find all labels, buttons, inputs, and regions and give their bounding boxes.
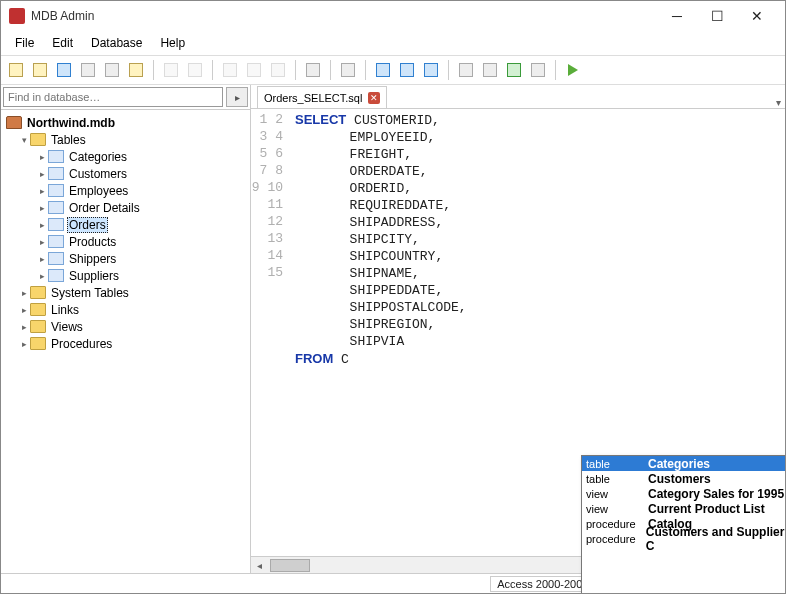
tb-link3[interactable]	[503, 59, 525, 81]
collapse-icon[interactable]: ▾	[19, 135, 29, 145]
folder-icon	[30, 133, 46, 146]
find-input[interactable]	[3, 87, 223, 107]
tab-overflow[interactable]: ▾	[771, 97, 785, 108]
menubar: File Edit Database Help	[1, 31, 785, 55]
tree-db[interactable]: Northwind.mdb	[1, 114, 250, 131]
tb-grid[interactable]	[302, 59, 324, 81]
expand-icon[interactable]: ▸	[37, 186, 47, 196]
table-icon	[48, 235, 64, 248]
autocomplete-item[interactable]: procedureCustomers and Suppliers by C	[582, 531, 786, 546]
tree-table-item[interactable]: ▸Customers	[1, 165, 250, 182]
tb-doc[interactable]	[125, 59, 147, 81]
autocomplete-item[interactable]: tableCustomers	[582, 471, 786, 486]
tb-list[interactable]	[337, 59, 359, 81]
tb-copy[interactable]	[77, 59, 99, 81]
editor-tabs: Orders_SELECT.sql ✕ ▾	[251, 85, 785, 109]
tree-table-item[interactable]: ▸Categories	[1, 148, 250, 165]
autocomplete-item[interactable]: tableCategories	[582, 456, 786, 471]
tb-run[interactable]	[562, 59, 584, 81]
expand-icon[interactable]: ▸	[19, 339, 29, 349]
tab-close-button[interactable]: ✕	[368, 92, 380, 104]
autocomplete-item[interactable]: viewCurrent Product List	[582, 501, 786, 516]
tb-link2[interactable]	[479, 59, 501, 81]
tb-tool3[interactable]	[420, 59, 442, 81]
database-icon	[6, 116, 22, 129]
line-gutter: 1 2 3 4 5 6 7 8 9 10 11 12 13 14 15	[251, 109, 291, 556]
sidebar: ▸ Northwind.mdb ▾ Tables ▸Categories▸Cus…	[1, 85, 251, 573]
folder-icon	[30, 320, 46, 333]
expand-icon[interactable]: ▸	[37, 169, 47, 179]
tab-label: Orders_SELECT.sql	[264, 92, 362, 104]
tree-folder-item[interactable]: ▸Views	[1, 318, 250, 335]
table-icon	[48, 201, 64, 214]
close-button[interactable]: ✕	[737, 2, 777, 30]
expand-icon[interactable]: ▸	[37, 237, 47, 247]
folder-icon	[30, 337, 46, 350]
expand-icon[interactable]: ▸	[37, 254, 47, 264]
app-icon	[9, 8, 25, 24]
expand-icon[interactable]: ▸	[37, 152, 47, 162]
tb-save[interactable]	[53, 59, 75, 81]
tb-tool1[interactable]	[372, 59, 394, 81]
tree-table-item[interactable]: ▸Products	[1, 233, 250, 250]
window-title: MDB Admin	[31, 9, 657, 23]
tree-tables-folder[interactable]: ▾ Tables	[1, 131, 250, 148]
titlebar: MDB Admin ─ ☐ ✕	[1, 1, 785, 31]
tb-cut[interactable]	[219, 59, 241, 81]
table-icon	[48, 269, 64, 282]
tree-table-item[interactable]: ▸Employees	[1, 182, 250, 199]
tb-paste2[interactable]	[267, 59, 289, 81]
expand-icon[interactable]: ▸	[19, 305, 29, 315]
minimize-button[interactable]: ─	[657, 2, 697, 30]
menu-help[interactable]: Help	[152, 34, 193, 52]
tb-link4[interactable]	[527, 59, 549, 81]
tb-redo[interactable]	[184, 59, 206, 81]
db-tree[interactable]: Northwind.mdb ▾ Tables ▸Categories▸Custo…	[1, 110, 250, 573]
folder-icon	[30, 303, 46, 316]
folder-icon	[30, 286, 46, 299]
autocomplete-popup[interactable]: tableCategoriestableCustomersviewCategor…	[581, 455, 786, 594]
tb-open[interactable]	[29, 59, 51, 81]
tree-table-item[interactable]: ▸Orders	[1, 216, 250, 233]
editor-pane: Orders_SELECT.sql ✕ ▾ 1 2 3 4 5 6 7 8 9 …	[251, 85, 785, 573]
expand-icon[interactable]: ▸	[19, 322, 29, 332]
maximize-button[interactable]: ☐	[697, 2, 737, 30]
menu-file[interactable]: File	[7, 34, 42, 52]
tree-folder-item[interactable]: ▸System Tables	[1, 284, 250, 301]
table-icon	[48, 167, 64, 180]
tree-table-item[interactable]: ▸Order Details	[1, 199, 250, 216]
expand-icon[interactable]: ▸	[19, 288, 29, 298]
tb-tool2[interactable]	[396, 59, 418, 81]
tb-paste[interactable]	[101, 59, 123, 81]
tb-link1[interactable]	[455, 59, 477, 81]
tb-copy2[interactable]	[243, 59, 265, 81]
tb-new[interactable]	[5, 59, 27, 81]
tree-folder-item[interactable]: ▸Procedures	[1, 335, 250, 352]
tree-table-item[interactable]: ▸Suppliers	[1, 267, 250, 284]
menu-edit[interactable]: Edit	[44, 34, 81, 52]
tree-folder-item[interactable]: ▸Links	[1, 301, 250, 318]
menu-database[interactable]: Database	[83, 34, 150, 52]
expand-icon[interactable]: ▸	[37, 220, 47, 230]
table-icon	[48, 150, 64, 163]
expand-icon[interactable]: ▸	[37, 271, 47, 281]
toolbar	[1, 55, 785, 85]
autocomplete-item[interactable]: viewCategory Sales for 1995	[582, 486, 786, 501]
tb-undo[interactable]	[160, 59, 182, 81]
tab-active[interactable]: Orders_SELECT.sql ✕	[257, 86, 387, 108]
find-go-button[interactable]: ▸	[226, 87, 248, 107]
table-icon	[48, 218, 64, 231]
expand-icon[interactable]: ▸	[37, 203, 47, 213]
table-icon	[48, 252, 64, 265]
table-icon	[48, 184, 64, 197]
tree-table-item[interactable]: ▸Shippers	[1, 250, 250, 267]
